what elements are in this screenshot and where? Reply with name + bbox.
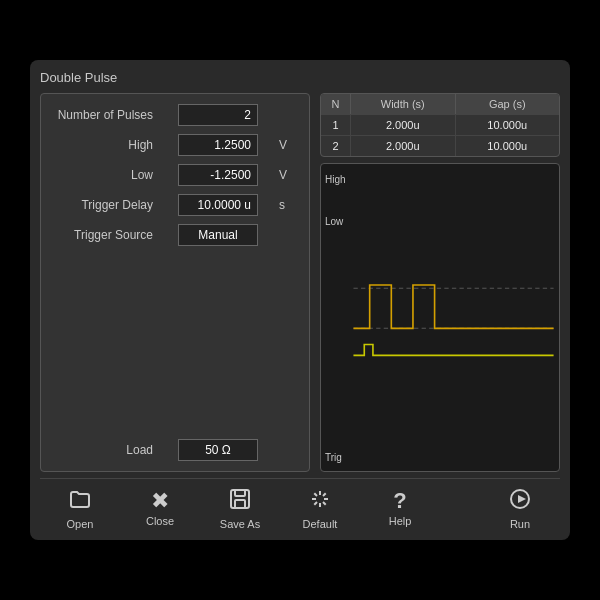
waveform-area: High Low Trig xyxy=(320,163,560,472)
input-trigger-source[interactable] xyxy=(178,224,258,246)
unit-high: V xyxy=(279,138,299,152)
main-container: Double Pulse Number of Pulses High V Low… xyxy=(30,60,570,540)
waveform-svg xyxy=(321,164,559,471)
cell-gap-1: 10.000u xyxy=(456,115,560,135)
help-label: Help xyxy=(389,515,412,527)
label-trigger-source: Trigger Source xyxy=(51,228,161,242)
cell-n-1: 1 xyxy=(321,115,351,135)
close-icon: ✖ xyxy=(151,490,169,512)
table-row: 1 2.000u 10.000u xyxy=(321,114,559,135)
wave-label-low: Low xyxy=(325,216,343,227)
cell-n-2: 2 xyxy=(321,136,351,156)
label-high: High xyxy=(51,138,161,152)
toolbar-default[interactable]: Default xyxy=(290,487,350,530)
field-row-pulses: Number of Pulses xyxy=(51,104,299,126)
run-label: Run xyxy=(510,518,530,530)
label-pulses: Number of Pulses xyxy=(51,108,161,122)
field-row-trigger-delay: Trigger Delay s xyxy=(51,194,299,216)
table-row: 2 2.000u 10.000u xyxy=(321,135,559,156)
svg-line-10 xyxy=(323,502,326,505)
toolbar-open[interactable]: Open xyxy=(50,487,110,530)
left-panel: Number of Pulses High V Low V Trigger De… xyxy=(40,93,310,472)
default-label: Default xyxy=(303,518,338,530)
toolbar-run[interactable]: Run xyxy=(490,487,550,530)
table-header: N Width (s) Gap (s) xyxy=(321,94,559,114)
svg-rect-3 xyxy=(235,490,245,496)
svg-rect-4 xyxy=(235,500,245,508)
col-header-width: Width (s) xyxy=(351,94,456,114)
window-title: Double Pulse xyxy=(40,70,117,85)
field-row-high: High V xyxy=(51,134,299,156)
input-high[interactable] xyxy=(178,134,258,156)
save-as-label: Save As xyxy=(220,518,260,530)
toolbar-help[interactable]: ? Help xyxy=(370,490,430,527)
field-row-trigger-source: Trigger Source xyxy=(51,224,299,246)
input-load[interactable] xyxy=(178,439,258,461)
unit-low: V xyxy=(279,168,299,182)
default-icon xyxy=(308,487,332,515)
content-area: Number of Pulses High V Low V Trigger De… xyxy=(40,93,560,472)
title-bar: Double Pulse xyxy=(40,70,560,85)
toolbar-save-as[interactable]: Save As xyxy=(210,487,270,530)
cell-width-2: 2.000u xyxy=(351,136,456,156)
open-icon xyxy=(68,487,92,515)
svg-marker-14 xyxy=(518,495,526,503)
unit-trigger-delay: s xyxy=(279,198,299,212)
help-icon: ? xyxy=(393,490,406,512)
col-header-n: N xyxy=(321,94,351,114)
toolbar-close[interactable]: ✖ Close xyxy=(130,490,190,527)
svg-line-9 xyxy=(314,493,317,496)
svg-line-11 xyxy=(323,493,326,496)
toolbar: Open ✖ Close Save As xyxy=(40,478,560,530)
run-icon xyxy=(508,487,532,515)
right-panel: N Width (s) Gap (s) 1 2.000u 10.000u 2 2… xyxy=(320,93,560,472)
input-pulses[interactable] xyxy=(178,104,258,126)
close-label: Close xyxy=(146,515,174,527)
save-as-icon xyxy=(228,487,252,515)
label-trigger-delay: Trigger Delay xyxy=(51,198,161,212)
cell-gap-2: 10.000u xyxy=(456,136,560,156)
wave-label-trig: Trig xyxy=(325,452,342,463)
label-load: Load xyxy=(51,443,161,457)
pulse-table: N Width (s) Gap (s) 1 2.000u 10.000u 2 2… xyxy=(320,93,560,157)
wave-label-high: High xyxy=(325,174,346,185)
open-label: Open xyxy=(67,518,94,530)
field-row-low: Low V xyxy=(51,164,299,186)
svg-line-12 xyxy=(314,502,317,505)
input-low[interactable] xyxy=(178,164,258,186)
cell-width-1: 2.000u xyxy=(351,115,456,135)
col-header-gap: Gap (s) xyxy=(456,94,560,114)
label-low: Low xyxy=(51,168,161,182)
field-row-load: Load xyxy=(51,439,299,461)
input-trigger-delay[interactable] xyxy=(178,194,258,216)
